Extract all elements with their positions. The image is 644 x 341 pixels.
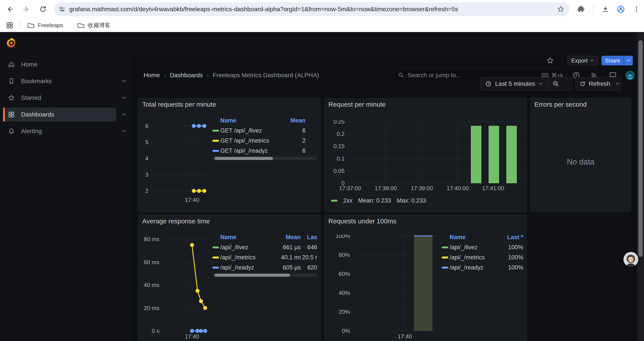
legend-swatch [212,130,219,132]
sidebar-item-dashboards[interactable]: Dashboards [3,108,116,122]
breadcrumb-separator: › [164,72,166,79]
breadcrumb-home[interactable]: Home [144,72,160,79]
panel-average-response-time[interactable]: Average response time 80 ms60 ms40 ms20 … [138,215,321,341]
panel-title[interactable]: Average response time [142,217,210,225]
url-text[interactable]: grafana.mathmast.com/d/deytv4rwavabkb/fr… [69,6,556,13]
svg-text:20%: 20% [339,308,350,315]
total-requests-chart[interactable]: 6543217:40 [143,120,214,208]
export-button[interactable]: Export [567,56,598,65]
legend-cell: /api/_/readyz [450,264,501,271]
scrollbar-thumb[interactable] [214,274,290,277]
legend-header-row: NameLast * [442,232,523,242]
grafana-logo-icon[interactable] [6,37,17,48]
refresh-icon [579,80,586,87]
zoom-out-icon[interactable] [552,80,560,88]
breadcrumb-dashboards[interactable]: Dashboards [170,72,203,79]
panel-errors-per-second[interactable]: Errors per second No data [530,98,631,212]
bookmark-folder-blogs[interactable]: 收藏博客 [77,21,110,30]
legend-cell: /api/_/livez [450,244,501,251]
request-per-minute-chart[interactable]: 0.250.20.150.10.05017:37:0017:38:0017:39… [329,120,523,208]
sidebar-item-alerting[interactable]: Alerting [3,124,116,138]
bookmarks-divider [20,21,20,30]
forward-icon[interactable] [22,5,31,14]
legend-row[interactable]: /api/_/metrics40.1 ms20.5 r [212,253,317,263]
legend-row[interactable]: /api/_/metrics100% [442,253,523,263]
assistant-avatar[interactable] [624,252,638,267]
legend-cell: /api/_/livez [220,244,281,251]
legend-row[interactable]: /api/_/readyz605 µs620 [212,263,317,273]
bookmark-star-icon[interactable] [556,5,565,14]
menu-kebab-icon[interactable] [632,5,641,14]
user-avatar[interactable] [625,71,635,80]
scrollbar-thumb[interactable] [214,157,273,160]
sidebar-item-starred[interactable]: Starred [3,91,116,105]
back-icon[interactable] [6,5,14,14]
legend-cell: GET /api/_/livez [220,127,284,134]
sidebar-item-bookmarks[interactable]: Bookmarks [3,74,116,88]
legend-swatch [212,256,219,258]
legend-row[interactable]: /api/_/readyz100% [442,263,523,273]
refresh-button[interactable]: Refresh [576,77,621,91]
legend-row[interactable]: /api/_/livez100% [442,242,523,253]
panel-title[interactable]: Total requests per minute [142,101,216,108]
breadcrumb-current: Freeleaps Metrics Dashboard (ALPHA) [212,72,319,79]
legend-row[interactable]: GET /api/_/livez6 [212,126,317,136]
apps-grid-icon[interactable] [5,21,14,30]
svg-text:0.25: 0.25 [334,120,344,125]
page-scrollbar-thumb[interactable] [638,40,643,257]
panel-title[interactable]: Errors per second [534,101,586,108]
legend-cell: /api/_/metrics [450,254,501,261]
svg-text:40%: 40% [339,290,350,296]
legend-cell: Mean [281,234,301,241]
legend-scrollbar[interactable] [212,157,317,160]
legend-cell: 646 [301,244,317,251]
panel-request-per-minute[interactable]: Request per minute 0.250.20.150.10.05017… [324,98,527,212]
extensions-icon[interactable] [576,5,584,14]
legend-cell: GET /api/_/metrics [220,137,284,144]
svg-text:17:40: 17:40 [398,333,412,340]
bookmark-icon [8,77,15,85]
bookmark-label: 收藏博客 [88,22,110,29]
panel-title[interactable]: Request per minute [328,101,386,108]
site-settings-icon[interactable] [58,5,66,14]
legend-cell: 620 [301,264,317,271]
bookmark-folder-freeleaps[interactable]: Freeleaps [27,21,63,30]
legend-table: NameLast */api/_/livez100%/api/_/metrics… [442,232,523,273]
reload-icon[interactable] [38,5,47,14]
legend-cell: Last * [501,234,523,241]
panel-total-requests-per-minute[interactable]: Total requests per minute 6543217:40 Nam… [138,98,321,212]
favorite-star-icon[interactable] [546,56,554,65]
profile-icon[interactable] [616,5,625,14]
legend-header-row: NameMeanLas [212,232,317,242]
legend-row[interactable]: GET /api/_/metrics2 [212,136,317,146]
legend-row[interactable]: /api/_/livez661 µs646 [212,242,317,253]
chevron-down-icon[interactable] [122,113,127,116]
legend-cell: 6 [284,147,306,154]
legend-scrollbar[interactable] [212,274,317,277]
address-bar[interactable]: grafana.mathmast.com/d/deytv4rwavabkb/fr… [54,2,570,16]
legend-inline[interactable]: 2xx Mean: 0.233 Max: 0.233 [331,197,426,204]
average-response-time-chart[interactable]: 80 ms60 ms40 ms20 ms0 s17:40 [143,237,214,340]
chevron-down-icon[interactable] [615,83,620,85]
legend-series-label: 2xx [343,197,352,204]
time-range-picker[interactable]: Last 5 minutes [480,77,572,91]
panel-title[interactable]: Requests under 100ms [328,217,396,225]
svg-text:5: 5 [145,139,148,146]
chevron-down-icon[interactable] [122,96,127,100]
sidebar-item-home[interactable]: Home [3,58,116,72]
download-icon[interactable] [601,5,610,14]
svg-text:60 ms: 60 ms [144,259,159,265]
svg-text:0.1: 0.1 [337,155,344,162]
legend-swatch [212,140,219,142]
chevron-down-icon[interactable] [122,129,127,133]
legend-cell: 6 [284,127,306,134]
chevron-down-icon[interactable] [626,59,631,62]
chevron-down-icon[interactable] [122,80,127,83]
requests-under-100ms-chart[interactable]: 100%80%60%40%20%0%17:40 [329,235,443,340]
share-button[interactable]: Share [602,56,633,65]
star-icon [8,94,15,102]
legend-row[interactable]: GET /api/_/readyz6 [212,146,317,156]
legend-swatch [212,246,219,248]
legend-cell: /api/_/metrics [220,254,281,261]
panel-requests-under-100ms[interactable]: Requests under 100ms 100%80%60%40%20%0%1… [324,215,527,341]
